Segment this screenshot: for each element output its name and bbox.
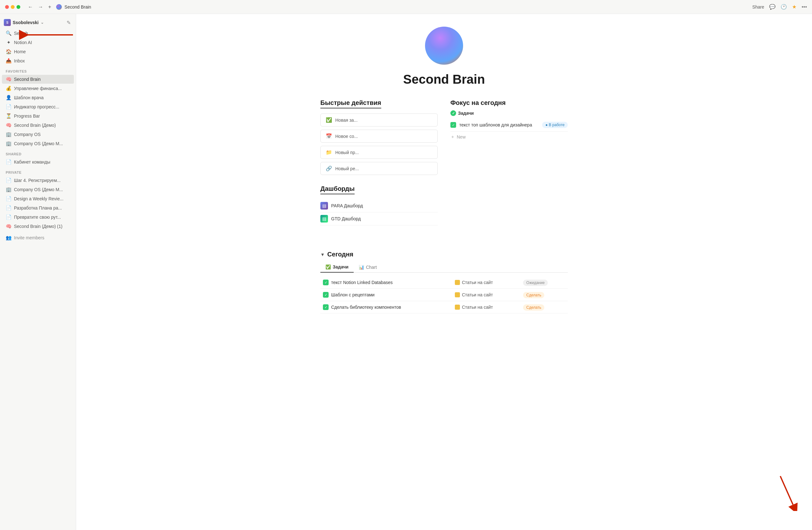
sidebar-item-notion-ai[interactable]: ✦ Notion AI	[2, 38, 74, 47]
indicator-icon: 📄	[6, 104, 11, 110]
task-status-badge: ● В работе	[542, 122, 568, 128]
today-tabs: ✅ Задачи 📊 Chart	[320, 262, 568, 273]
sidebar-item-invite[interactable]: 👥 Invite members	[2, 233, 74, 242]
sidebar-item-search[interactable]: 🔍 Search	[2, 29, 74, 38]
task-left: ✓ текст топ шаблонов для дизайнера	[450, 122, 532, 128]
sidebar-item-team-cabinet[interactable]: 📄 Кабинет команды	[2, 158, 74, 166]
tab-tasks-icon: ✅	[325, 264, 331, 269]
tasks-header: ✓ Задачи	[450, 110, 568, 116]
routine-icon: 📄	[6, 214, 11, 220]
nav-buttons: ← → +	[27, 3, 52, 11]
status-badge-1: Ожидание	[523, 280, 548, 286]
tab-chart[interactable]: 📊 Chart	[354, 262, 382, 272]
favorite-icon[interactable]: ★	[792, 4, 796, 10]
table-row: ✓ Сделать библиотеку компонентов Статьи …	[320, 301, 568, 313]
sidebar-item-plan[interactable]: 📄 Разработка Плана ра...	[2, 204, 74, 212]
notion-ai-icon: ✦	[6, 40, 11, 45]
sidebar-item-second-brain-demo[interactable]: 🧠 Second Brain (Демо)	[2, 121, 74, 130]
sidebar-item-step4[interactable]: 📄 Шаг 4. Регистрируем...	[2, 176, 74, 185]
titlebar: ← → + Second Brain Share 💬 🕐 ★ •••	[0, 0, 812, 14]
table-row: ✓ текст Notion Linked Databases Статьи н…	[320, 276, 568, 289]
sidebar-item-company-os-demo[interactable]: 🏢 Company OS (Демо М...	[2, 139, 74, 148]
quick-actions-list: ✅ Новая за... 📅 Новое со... 📁 Новый пр..…	[320, 114, 438, 175]
sidebar-item-second-brain-demo2[interactable]: 🧠 Second Brain (Демо) (1)	[2, 222, 74, 231]
sidebar-item-finance[interactable]: 💰 Управление финанса...	[2, 84, 74, 93]
status-badge-3: Сделать	[523, 304, 544, 311]
titlebar-right: Share 💬 🕐 ★ •••	[752, 4, 807, 10]
task-check-2: ✓	[323, 292, 329, 298]
history-icon[interactable]: 🕐	[781, 4, 787, 10]
plan-icon: 📄	[6, 205, 11, 211]
sidebar-item-routine[interactable]: 📄 Превратите свою рут...	[2, 213, 74, 222]
focus-section: Фокус на сегодня ✓ Задачи ✓ текст топ ша…	[450, 99, 568, 225]
page-header: Second Brain	[320, 27, 568, 87]
sidebar-item-second-brain[interactable]: 🧠 Second Brain	[2, 75, 74, 84]
close-button[interactable]	[5, 5, 9, 9]
task-check-icon: ✓	[450, 122, 456, 128]
doctor-icon: 👤	[6, 95, 11, 101]
team-cabinet-icon: 📄	[6, 159, 11, 165]
sidebar-item-company-os-priv[interactable]: 🏢 Company OS (Демо М...	[2, 185, 74, 194]
today-section: ▼ Сегодня ✅ Задачи 📊 Chart	[320, 251, 568, 313]
page-title-heading: Second Brain	[403, 72, 485, 87]
second-brain-demo2-icon: 🧠	[6, 223, 11, 229]
private-label: Private	[0, 167, 76, 176]
task-check-3: ✓	[323, 304, 329, 310]
task-icon: ✅	[326, 117, 332, 123]
dashboards-list: ▤ PARA Дашборд ▤ GTD Дашборд	[320, 200, 438, 225]
category-cell-3: Статьи на сайт	[455, 305, 518, 310]
content-grid: Быстрые действия ✅ Новая за... 📅 Новое с…	[320, 99, 568, 313]
action-new-meeting[interactable]: 📅 Новое со...	[320, 130, 438, 143]
dash-item-gtd[interactable]: ▤ GTD Дашборд	[320, 212, 438, 225]
sidebar-item-home[interactable]: 🏠 Home	[2, 47, 74, 56]
maximize-button[interactable]	[16, 5, 20, 9]
task-check-1: ✓	[323, 280, 329, 285]
second-brain-icon: 🧠	[6, 76, 11, 82]
tasks-check-icon: ✓	[450, 110, 456, 116]
back-button[interactable]: ←	[27, 3, 34, 11]
action-new-resource[interactable]: 🔗 Новый ре...	[320, 162, 438, 175]
workspace-avatar: S	[4, 19, 11, 26]
add-page-button[interactable]: +	[47, 3, 52, 11]
sidebar-item-indicator[interactable]: 📄 Индикатор прогресс...	[2, 102, 74, 111]
new-page-button[interactable]: ✎	[65, 19, 72, 26]
sidebar-item-progress-bar[interactable]: ⏳ Progress Bar	[2, 112, 74, 120]
forward-button[interactable]: →	[37, 3, 44, 11]
comment-icon[interactable]: 💬	[769, 4, 775, 10]
page-title: Second Brain	[64, 4, 91, 10]
workspace-header: S Ssobolevski ⌄ ✎	[0, 16, 76, 29]
invite-icon: 👥	[6, 235, 11, 240]
task-cell-2: ✓ Шаблон с рецептами	[323, 292, 450, 298]
action-new-project[interactable]: 📁 Новый пр...	[320, 146, 438, 159]
page-cover-icon	[425, 27, 463, 65]
task-cell: ✓ текст Notion Linked Databases	[323, 280, 450, 285]
action-new-task[interactable]: ✅ Новая за...	[320, 114, 438, 127]
minimize-button[interactable]	[11, 5, 15, 9]
dashboards-title: Дашборды	[320, 185, 354, 194]
sidebar-item-weekly-review[interactable]: 📄 Design a Weekly Revie...	[2, 194, 74, 203]
sidebar-item-doctor[interactable]: 👤 Шаблон врача	[2, 93, 74, 102]
meeting-icon: 📅	[326, 133, 332, 139]
dash-item-para[interactable]: ▤ PARA Дашборд	[320, 200, 438, 212]
today-chevron-icon[interactable]: ▼	[320, 252, 325, 257]
company-os-icon: 🏢	[6, 132, 11, 137]
company-os-priv-icon: 🏢	[6, 187, 11, 192]
today-title: Сегодня	[327, 251, 353, 258]
quick-actions-section: Быстрые действия ✅ Новая за... 📅 Новое с…	[320, 99, 438, 225]
sidebar-item-company-os[interactable]: 🏢 Company OS	[2, 130, 74, 139]
para-dashboard-icon: ▤	[320, 202, 328, 209]
sidebar-item-inbox[interactable]: 📥 Inbox	[2, 56, 74, 65]
add-new-button[interactable]: ＋ New	[450, 132, 568, 142]
category-cell-1: Статьи на сайт	[455, 280, 518, 285]
favorites-label: Favorites	[0, 65, 76, 74]
today-tasks-table: ✓ текст Notion Linked Databases Статьи н…	[320, 276, 568, 313]
tab-tasks[interactable]: ✅ Задачи	[320, 262, 354, 273]
share-button[interactable]: Share	[752, 4, 764, 10]
category-icon-2	[455, 292, 460, 297]
tab-chart-icon: 📊	[359, 265, 364, 270]
shared-label: Shared	[0, 148, 76, 157]
project-icon: 📁	[326, 149, 332, 155]
more-icon[interactable]: •••	[801, 4, 807, 10]
quick-actions-title: Быстрые действия	[320, 99, 381, 108]
workspace-name[interactable]: S Ssobolevski ⌄	[4, 19, 44, 26]
